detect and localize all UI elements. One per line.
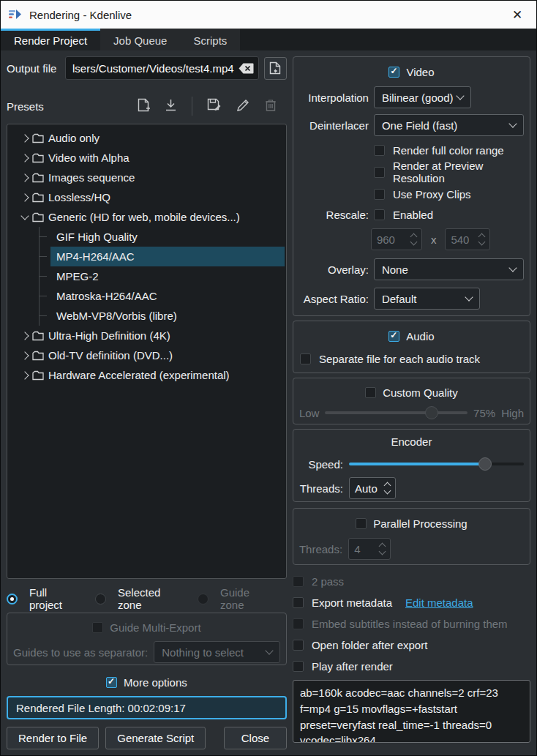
presets-label: Presets xyxy=(7,100,138,113)
preset-category-hw-accel[interactable]: Hardware Accelerated (experimental) xyxy=(9,365,285,385)
dialog-buttons-row: Render to File Generate Script Close xyxy=(7,727,287,749)
preset-category-generic[interactable]: Generic (HD for web, mobile devices...) xyxy=(9,207,285,227)
render-to-file-button[interactable]: Render to File xyxy=(7,727,99,749)
preset-label: WebM-VP8/Vorbis (libre) xyxy=(50,310,177,322)
play-after-render-label: Play after render xyxy=(312,660,393,673)
edit-preset-icon[interactable] xyxy=(236,98,250,114)
save-preset-icon[interactable] xyxy=(207,98,222,114)
preset-category-audio-only[interactable]: Audio only xyxy=(9,128,285,148)
chevron-down-icon[interactable] xyxy=(20,212,29,220)
download-preset-icon[interactable] xyxy=(165,98,177,114)
preset-label: MPEG-2 xyxy=(50,270,99,282)
preset-category-images-sequence[interactable]: Images sequence xyxy=(9,168,285,187)
aspect-ratio-value: Default xyxy=(382,293,466,305)
overlay-select[interactable]: None xyxy=(374,258,524,280)
interpolation-select[interactable]: Bilinear (good) xyxy=(374,86,471,108)
titlebar: Rendering - Kdenlive ✕ xyxy=(1,1,536,29)
output-file-input[interactable] xyxy=(72,62,239,75)
folder-icon xyxy=(32,212,44,222)
full-color-range-checkbox[interactable] xyxy=(374,145,385,156)
preset-label: Ultra-High Definition (4K) xyxy=(48,329,170,342)
deinterlacer-select[interactable]: One Field (fast) xyxy=(374,114,524,136)
more-options-checkbox[interactable] xyxy=(106,677,117,688)
video-group: Video Interpolation Bilinear (good) Dein… xyxy=(293,56,530,316)
video-enabled-label: Video xyxy=(406,66,434,78)
new-preset-icon[interactable] xyxy=(138,98,150,114)
selected-zone-radio[interactable] xyxy=(95,594,106,605)
preset-item-webm[interactable]: WebM-VP8/Vorbis (libre) xyxy=(9,306,285,326)
chevron-right-icon[interactable] xyxy=(20,371,29,379)
preset-label: Lossless/HQ xyxy=(48,191,110,203)
preset-label: MP4-H264/AAC xyxy=(50,250,135,263)
preset-label: Generic (HD for web, mobile devices...) xyxy=(48,211,240,223)
left-panel: Output file Presets xyxy=(1,50,290,755)
preset-item-matroska[interactable]: Matroska-H264/AAC xyxy=(9,286,285,306)
encoder-speed-handle[interactable] xyxy=(478,457,492,471)
tab-scripts[interactable]: Scripts xyxy=(180,29,240,50)
preset-label: GIF High Quality xyxy=(50,231,138,243)
chevron-right-icon[interactable] xyxy=(20,154,29,162)
preset-category-video-alpha[interactable]: Video with Alpha xyxy=(9,148,285,168)
edit-metadata-link[interactable]: Edit metadata xyxy=(405,596,473,609)
rendered-length-text: Rendered File Length: 00:02:09:17 xyxy=(16,702,186,714)
preset-category-uhd[interactable]: Ultra-High Definition (4K) xyxy=(9,326,285,345)
custom-quality-checkbox[interactable] xyxy=(365,387,376,398)
deinterlacer-label: Deinterlacer xyxy=(299,119,369,132)
video-enabled-checkbox[interactable] xyxy=(388,67,399,78)
chevron-right-icon[interactable] xyxy=(20,332,29,340)
presets-tree[interactable]: Audio only Video with Alpha Images seque… xyxy=(7,124,287,579)
preset-category-lossless[interactable]: Lossless/HQ xyxy=(9,187,285,207)
preset-label: Video with Alpha xyxy=(48,151,129,164)
close-label: Close xyxy=(241,732,269,744)
chevron-right-icon[interactable] xyxy=(20,134,29,142)
full-project-radio[interactable] xyxy=(7,594,18,605)
browse-output-button[interactable] xyxy=(264,57,287,80)
presets-toolbar xyxy=(138,97,287,116)
chevron-right-icon[interactable] xyxy=(20,173,29,181)
generate-script-button[interactable]: Generate Script xyxy=(105,727,206,749)
tab-job-queue[interactable]: Job Queue xyxy=(100,29,180,50)
encoder-threads-spinbox[interactable]: Auto xyxy=(349,477,396,499)
encoder-speed-slider[interactable] xyxy=(349,457,524,471)
ffmpeg-args-textarea[interactable]: ab=160k acodec=aac channels=2 crf=23 f=m… xyxy=(293,680,530,743)
rescale-height-value: 540 xyxy=(451,233,479,246)
rescale-enabled-checkbox[interactable] xyxy=(374,209,385,220)
rescale-enabled-label: Enabled xyxy=(393,209,433,221)
chevron-right-icon[interactable] xyxy=(20,351,29,359)
audio-enabled-checkbox[interactable] xyxy=(388,331,399,342)
preset-item-mpeg2[interactable]: MPEG-2 xyxy=(9,266,285,286)
export-metadata-checkbox[interactable] xyxy=(293,597,304,608)
toolbar-separator xyxy=(192,97,192,116)
aspect-ratio-select[interactable]: Default xyxy=(374,288,480,310)
spin-down-icon[interactable] xyxy=(383,487,391,495)
custom-quality-label: Custom Quality xyxy=(383,386,458,399)
separate-audio-label: Separate file for each audio track xyxy=(319,353,480,365)
clear-input-icon[interactable] xyxy=(239,63,254,74)
quality-slider-handle xyxy=(425,406,438,419)
kdenlive-app-icon xyxy=(8,8,23,21)
use-proxy-clips-checkbox[interactable] xyxy=(374,189,385,200)
play-after-render-checkbox[interactable] xyxy=(293,661,304,672)
guide-separator-select: Nothing to select xyxy=(154,641,280,663)
export-metadata-label: Export metadata xyxy=(312,596,392,609)
chevron-right-icon[interactable] xyxy=(20,193,29,201)
render-scope-row: Full project Selected zone Guide zone xyxy=(7,591,287,607)
parallel-processing-checkbox[interactable] xyxy=(356,518,367,529)
tree-branch-line xyxy=(39,247,50,266)
parallel-processing-label: Parallel Processing xyxy=(373,517,467,530)
preset-item-mp4-selected[interactable]: MP4-H264/AAC xyxy=(9,247,285,266)
preview-resolution-label: Render at Preview Resolution xyxy=(393,160,524,184)
preset-category-oldtv[interactable]: Old-TV definition (DVD...) xyxy=(9,345,285,365)
close-button[interactable]: Close xyxy=(224,727,287,749)
separate-audio-checkbox[interactable] xyxy=(300,353,311,364)
overlay-label: Overlay: xyxy=(299,263,369,276)
output-file-field[interactable] xyxy=(65,56,259,80)
tab-render-project[interactable]: Render Project xyxy=(1,29,100,50)
preview-resolution-checkbox[interactable] xyxy=(374,167,385,178)
preset-item-gif[interactable]: GIF High Quality xyxy=(9,227,285,247)
open-folder-checkbox[interactable] xyxy=(293,640,304,651)
preset-label: Matroska-H264/AAC xyxy=(50,290,157,302)
audio-enabled-label: Audio xyxy=(406,330,434,343)
rescale-width-value: 960 xyxy=(377,233,411,246)
close-icon[interactable]: ✕ xyxy=(507,7,527,23)
